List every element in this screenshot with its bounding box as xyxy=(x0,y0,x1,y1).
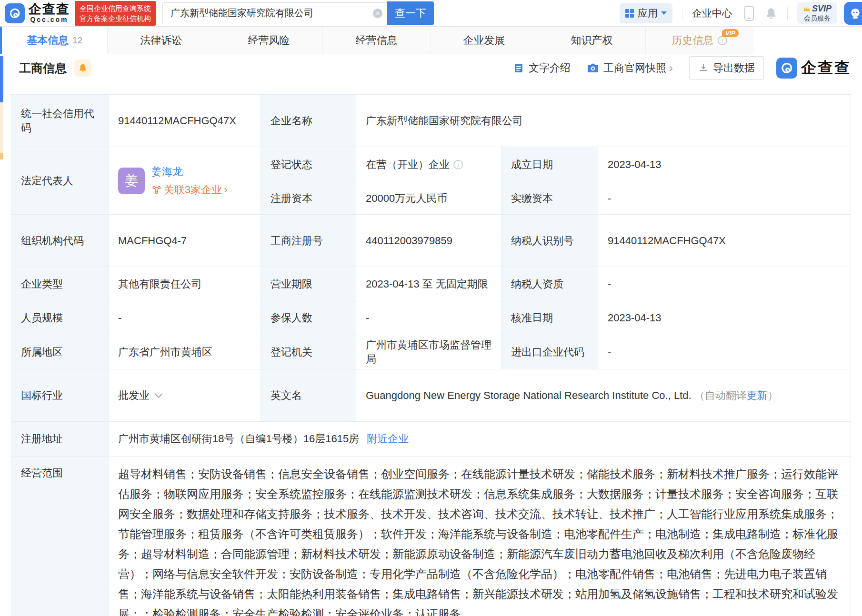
org-chart-icon xyxy=(151,185,162,195)
insured-value: - xyxy=(356,301,501,335)
scope-label: 经营范围 xyxy=(11,457,109,616)
chevron-right-icon: › xyxy=(224,184,227,196)
qcc-watermark-logo: 企查查 xyxy=(776,58,851,79)
search-input[interactable] xyxy=(162,2,387,24)
camera-icon xyxy=(587,62,599,74)
region-label: 所属地区 xyxy=(11,335,109,369)
apps-menu[interactable]: 应用 xyxy=(620,3,672,23)
customer-service-mascot-icon[interactable] xyxy=(844,2,862,25)
scope-value: 超导材料销售；安防设备销售；信息安全设备销售；创业空间服务；在线能源计量技术研发… xyxy=(109,457,851,616)
reg-capital-label: 注册资本 xyxy=(261,182,356,215)
qcc-logo[interactable]: 企查查 Qcc.com xyxy=(5,3,70,23)
section-header: 工商信息 文字介绍 工商官网快照 › 导出数据 企查查 xyxy=(0,54,862,82)
legal-rep-avatar[interactable]: 姜 xyxy=(118,168,145,194)
side-anchor-stripe xyxy=(0,56,3,159)
text-intro-link[interactable]: 文字介绍 xyxy=(513,61,571,75)
gov-badge: 全国企业信用查询系统 官方备案企业征信机构 xyxy=(75,1,156,26)
authority-label: 登记机关 xyxy=(261,335,356,369)
tab-operation-risk[interactable]: 经营风险 xyxy=(215,27,323,54)
qcc-logo-icon xyxy=(5,3,25,23)
table-row: 国标行业 批发业 英文名 Guangdong New Energy Storag… xyxy=(11,369,851,422)
tab-operation-info[interactable]: 经营信息 xyxy=(323,27,431,54)
info-icon[interactable]: i xyxy=(453,160,463,169)
paid-capital-value: - xyxy=(598,182,851,215)
vip-badge: VIP xyxy=(722,29,739,37)
subscribe-bell-icon[interactable] xyxy=(74,60,91,77)
company-type-value: 其他有限责任公司 xyxy=(109,267,261,301)
qcc-logo-icon xyxy=(776,58,797,79)
search-button[interactable]: 查一下 xyxy=(387,1,434,25)
taxpayer-id-label: 纳税人识别号 xyxy=(501,215,598,267)
authority-value: 广州市黄埔区市场监督管理局 xyxy=(356,335,501,369)
brand-name: 企查查 xyxy=(29,3,70,16)
paid-capital-label: 实缴资本 xyxy=(501,182,598,215)
reg-status-value: 在营（开业）企业 i xyxy=(356,147,501,182)
tab-enterprise-development[interactable]: 企业发展 xyxy=(431,27,538,54)
region-value: 广东省广州市黄埔区 xyxy=(109,335,261,369)
import-export-label: 进出口企业代码 xyxy=(501,335,598,369)
legal-rep-cell: 姜 姜海龙 关联3家企业 › xyxy=(109,147,261,215)
approval-date-label: 核准日期 xyxy=(501,301,598,335)
update-translation-link[interactable]: 更新 xyxy=(747,389,768,401)
export-data-button[interactable]: 导出数据 xyxy=(689,56,764,80)
company-name-value: 广东新型储能国家研究院有限公司 xyxy=(356,95,851,147)
reg-no-label: 工商注册号 xyxy=(261,215,356,267)
table-row: 所属地区 广东省广州市黄埔区 登记机关 广州市黄埔区市场监督管理局 进出口企业代… xyxy=(11,335,851,369)
top-header: 企查查 Qcc.com 全国企业信用查询系统 官方备案企业征信机构 × 查一下 … xyxy=(0,0,862,27)
taxpayer-qual-label: 纳税人资质 xyxy=(501,267,598,301)
document-icon xyxy=(513,62,524,74)
taxpayer-qual-value: - xyxy=(598,267,851,301)
nearby-companies-link[interactable]: 附近企业 xyxy=(367,432,409,446)
svip-member-badge[interactable]: SVIP 会员服务 xyxy=(797,2,837,24)
divider xyxy=(787,7,788,20)
grid-icon xyxy=(625,9,634,18)
tab-basic-info[interactable]: 基本信息12 xyxy=(0,27,108,54)
approval-date-value: 2023-04-13 xyxy=(598,301,851,335)
chevron-right-icon: › xyxy=(669,62,673,74)
credit-code-label: 统一社会信用代码 xyxy=(11,95,109,147)
legal-rep-name-link[interactable]: 姜海龙 xyxy=(151,165,228,179)
tab-intellectual-property[interactable]: 知识产权 xyxy=(538,27,646,54)
table-row: 人员规模 - 参保人数 - 核准日期 2023-04-13 xyxy=(11,301,851,335)
enterprise-center-link[interactable]: 企业中心 xyxy=(692,7,732,20)
table-row: 统一社会信用代码 91440112MACFHGQ47X 企业名称 广东新型储能国… xyxy=(11,95,851,147)
credit-code-value: 91440112MACFHGQ47X xyxy=(109,95,261,147)
tab-legal-litigation[interactable]: 法律诉讼 xyxy=(108,27,215,54)
org-code-value: MACFHGQ4-7 xyxy=(109,215,261,267)
table-row: 组织机构代码 MACFHGQ4-7 工商注册号 440112003979859 … xyxy=(11,215,851,267)
section-title: 工商信息 xyxy=(19,60,67,76)
table-row: 经营范围 超导材料销售；安防设备销售；信息安全设备销售；创业空间服务；在线能源计… xyxy=(11,457,851,616)
org-code-label: 组织机构代码 xyxy=(11,215,109,267)
related-companies-link[interactable]: 关联3家企业 › xyxy=(151,183,228,197)
business-term-label: 营业期限 xyxy=(261,267,356,301)
download-icon xyxy=(698,63,709,73)
est-date-value: 2023-04-13 xyxy=(598,147,851,182)
divider xyxy=(682,7,682,20)
industry-label: 国标行业 xyxy=(11,369,109,422)
business-term-value: 2023-04-13 至 无固定期限 xyxy=(356,267,501,301)
industry-value: 批发业 xyxy=(109,369,261,422)
est-date-label: 成立日期 xyxy=(501,147,598,182)
import-export-value: - xyxy=(598,335,851,369)
official-snapshot-link[interactable]: 工商官网快照 › xyxy=(587,61,673,75)
reg-capital-value: 20000万元人民币 xyxy=(356,182,501,215)
reg-status-label: 登记状态 xyxy=(261,147,356,182)
insured-label: 参保人数 xyxy=(261,301,356,335)
table-row: 企业类型 其他有限责任公司 营业期限 2023-04-13 至 无固定期限 纳税… xyxy=(11,267,851,301)
business-info-table: 统一社会信用代码 91440112MACFHGQ47X 企业名称 广东新型储能国… xyxy=(11,94,851,616)
staff-size-value: - xyxy=(109,301,261,335)
brand-domain: Qcc.com xyxy=(30,16,68,23)
taxpayer-id-value: 91440112MACFHGQ47X xyxy=(598,215,851,267)
clear-search-icon[interactable]: × xyxy=(373,9,382,18)
chevron-down-icon[interactable] xyxy=(154,393,163,398)
company-type-label: 企业类型 xyxy=(11,267,109,301)
tab-history-info[interactable]: VIP 历史信息 i xyxy=(646,27,753,54)
notification-bell-icon[interactable] xyxy=(764,7,778,20)
staff-size-label: 人员规模 xyxy=(11,301,109,335)
legal-rep-label: 法定代表人 xyxy=(11,147,109,215)
address-value: 广州市黄埔区创研街18号（自编1号楼）16层1615房 附近企业 xyxy=(109,422,851,457)
mobile-app-icon[interactable] xyxy=(744,6,754,21)
tab-bar: 基本信息12 法律诉讼 经营风险 经营信息 企业发展 知识产权 VIP 历史信息… xyxy=(0,27,862,54)
crown-icon xyxy=(803,6,811,12)
english-name-label: 英文名 xyxy=(261,369,356,422)
